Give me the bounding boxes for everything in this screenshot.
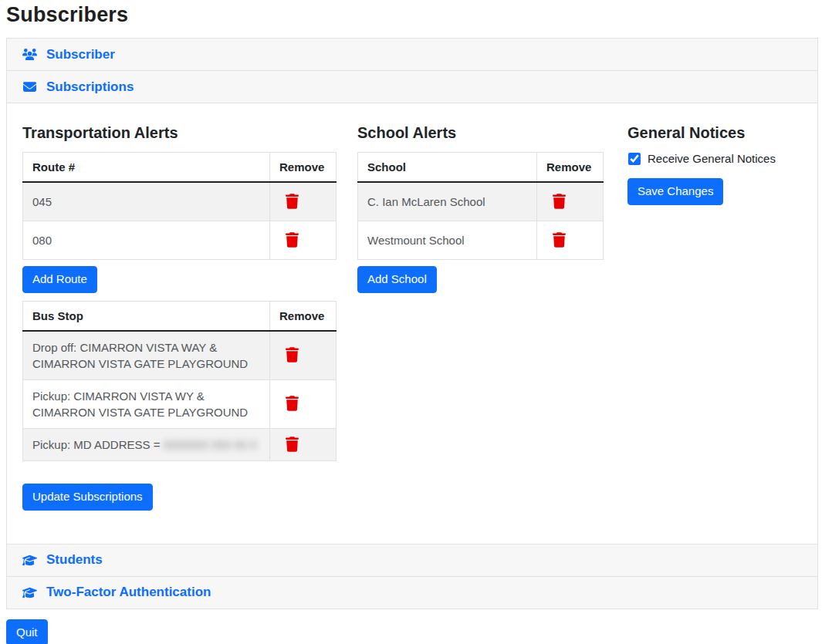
remove-cell (270, 379, 337, 428)
general-notices-section: General Notices Receive General Notices … (627, 124, 802, 205)
remove-cell (270, 331, 337, 380)
bus-stop-row: Drop off: CIMARRON VISTA WAY & CIMARRON … (23, 331, 337, 380)
page-container: Subscribers Subscriber Subscriptions Tra… (6, 3, 818, 644)
remove-cell (270, 182, 337, 221)
remove-row-button[interactable] (286, 437, 299, 452)
cell-value: Pickup: CIMARRON VISTA WY & CIMARRON VIS… (23, 379, 270, 428)
school-alerts-heading: School Alerts (357, 124, 627, 142)
bus-stops-table: Bus Stop Remove Drop off: CIMARRON VISTA… (22, 301, 337, 461)
remove-row-button[interactable] (286, 194, 299, 209)
remove-row-button[interactable] (286, 232, 299, 248)
route-row: 045 (23, 182, 337, 221)
cell-value: 080 (23, 221, 270, 260)
schools-table-header-school: School (358, 153, 537, 183)
stops-table-header-busstop: Bus Stop (23, 301, 270, 331)
accordion-header-subscriber[interactable]: Subscriber (6, 38, 818, 71)
trash-icon (286, 396, 299, 411)
general-notices-heading: General Notices (627, 124, 802, 142)
users-icon (22, 48, 37, 61)
route-row: 080 (23, 221, 337, 260)
trash-icon (286, 194, 299, 209)
remove-cell (270, 428, 337, 460)
accordion-label: Students (46, 552, 103, 568)
routes-table-header-route: Route # (23, 153, 270, 183)
trash-icon (286, 347, 299, 362)
bus-stop-row: Pickup: CIMARRON VISTA WY & CIMARRON VIS… (23, 379, 337, 428)
schools-table-header-remove: Remove (537, 153, 604, 183)
remove-row-button[interactable] (286, 396, 299, 411)
remove-row-button[interactable] (286, 347, 299, 362)
remove-cell (270, 221, 337, 260)
add-route-button[interactable]: Add Route (22, 266, 97, 293)
accordion-label: Two-Factor Authentication (46, 585, 211, 600)
trash-icon (553, 232, 566, 248)
update-subscriptions-button[interactable]: Update Subscriptions (22, 484, 153, 511)
graduation-cap-icon (22, 586, 37, 599)
bus-stop-row: Pickup: MD ADDRESS = 0000000 000 00 0 (23, 428, 337, 460)
receive-general-notices-checkbox[interactable] (628, 153, 641, 165)
school-row: Westmount School (358, 221, 604, 260)
receive-general-notices-label[interactable]: Receive General Notices (648, 152, 776, 165)
quit-button[interactable]: Quit (6, 619, 48, 644)
routes-table-header-remove: Remove (270, 153, 337, 183)
page-title: Subscribers (6, 3, 818, 27)
accordion-label: Subscriptions (46, 79, 134, 95)
cell-value: Pickup: MD ADDRESS = 0000000 000 00 0 (23, 428, 270, 460)
routes-table: Route # Remove 045080 (22, 152, 337, 260)
transportation-alerts-section: Transportation Alerts Route # Remove 045… (22, 124, 357, 511)
cell-value: Westmount School (358, 221, 537, 260)
school-alerts-section: School Alerts School Remove C. Ian McLar… (357, 124, 627, 293)
redacted-text: 0000000 000 00 0 (164, 438, 257, 451)
accordion-header-subscriptions[interactable]: Subscriptions (6, 70, 818, 103)
remove-row-button[interactable] (553, 194, 566, 209)
trash-icon (286, 232, 299, 248)
cell-value: Drop off: CIMARRON VISTA WAY & CIMARRON … (23, 331, 270, 380)
trash-icon (286, 437, 299, 452)
schools-table: School Remove C. Ian McLaren SchoolWestm… (357, 152, 604, 260)
cell-value: C. Ian McLaren School (358, 182, 537, 221)
save-changes-button[interactable]: Save Changes (627, 178, 723, 205)
remove-cell (537, 182, 604, 221)
accordion: Subscriber Subscriptions Transportation … (6, 38, 818, 609)
add-school-button[interactable]: Add School (357, 266, 437, 293)
remove-row-button[interactable] (553, 232, 566, 248)
cell-value: 045 (23, 182, 270, 221)
subscriptions-panel: Transportation Alerts Route # Remove 045… (6, 103, 818, 545)
school-row: C. Ian McLaren School (358, 182, 604, 221)
trash-icon (553, 194, 566, 209)
envelope-icon (22, 80, 37, 93)
transportation-alerts-heading: Transportation Alerts (22, 124, 357, 142)
remove-cell (537, 221, 604, 260)
accordion-header-two-factor[interactable]: Two-Factor Authentication (6, 576, 818, 609)
accordion-header-students[interactable]: Students (6, 544, 818, 577)
accordion-label: Subscriber (46, 47, 115, 62)
stops-table-header-remove: Remove (270, 301, 337, 331)
graduation-cap-icon (22, 554, 37, 567)
